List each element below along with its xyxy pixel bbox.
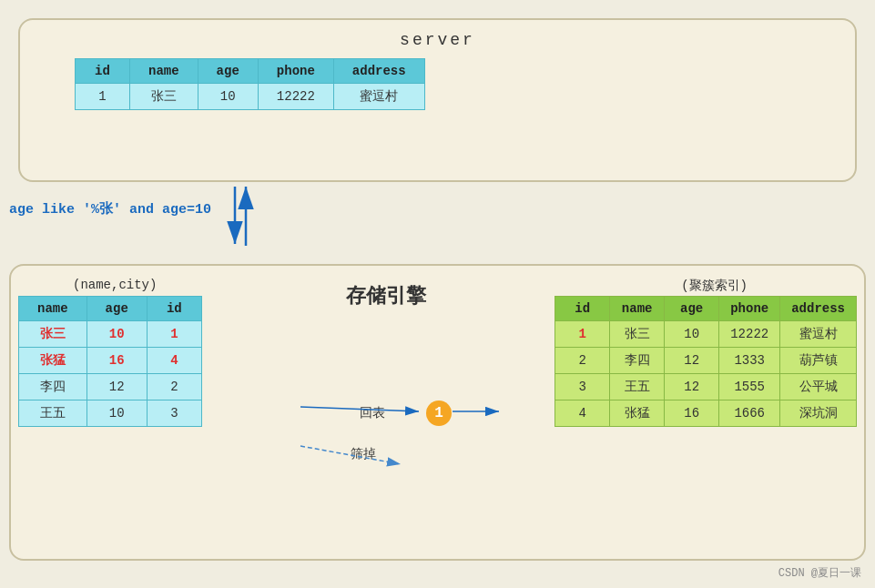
table-row: 张猛 16 4 (19, 348, 202, 374)
clu-cell: 12 (665, 348, 719, 374)
query-text: age like '%张' and age=10 (9, 200, 211, 218)
table-row: 王五 10 3 (19, 400, 202, 427)
table-row: 3 王五 12 1555 公平城 (555, 374, 857, 400)
secondary-index-table-container: name age id 张三 10 1 张猛 16 4 李四 1 (18, 296, 202, 427)
clu-cell: 2 (555, 348, 610, 374)
clu-cell: 葫芦镇 (780, 348, 857, 374)
server-col-id: id (76, 59, 130, 84)
clu-cell: 公平城 (780, 374, 857, 400)
clu-cell: 王五 (610, 374, 665, 400)
sec-cell: 李四 (19, 374, 87, 400)
clu-cell: 蜜逗村 (780, 321, 857, 348)
sec-col-id: id (147, 297, 201, 321)
table-row: 2 李四 12 1333 葫芦镇 (555, 348, 857, 374)
sec-cell: 4 (147, 348, 201, 374)
clu-cell: 12 (665, 374, 719, 400)
sec-cell: 1 (147, 321, 201, 348)
sec-col-name: name (19, 297, 87, 321)
clu-cell: 张猛 (610, 400, 665, 427)
clu-col-address: address (780, 297, 857, 321)
sec-cell: 10 (86, 321, 147, 348)
sec-cell: 16 (86, 348, 147, 374)
table-row: 4 张猛 16 1666 深坑洞 (555, 400, 857, 427)
clu-cell: 16 (665, 400, 719, 427)
clustered-index-label: (聚簇索引) (681, 278, 748, 294)
sec-col-age: age (86, 297, 147, 321)
clu-cell: 10 (665, 321, 719, 348)
storage-engine-label: 存储引擎 (346, 282, 426, 309)
server-cell: 1 (76, 84, 130, 110)
server-col-address: address (333, 59, 424, 84)
server-table: id name age phone address 1 张三 10 12222 … (75, 58, 425, 110)
sec-cell: 王五 (19, 400, 87, 427)
sec-cell: 3 (147, 400, 201, 427)
clu-cell: 1555 (719, 374, 780, 400)
clu-col-id: id (555, 297, 610, 321)
server-box: server id name age phone address 1 张三 (18, 18, 857, 182)
sec-cell: 10 (86, 400, 147, 427)
server-col-name: name (130, 59, 198, 84)
clu-col-phone: phone (719, 297, 780, 321)
sec-cell: 张三 (19, 321, 87, 348)
server-cell: 10 (198, 84, 258, 110)
server-cell: 12222 (258, 84, 333, 110)
sec-cell: 12 (86, 374, 147, 400)
badge-circle: 1 (426, 400, 452, 426)
clu-cell: 1666 (719, 400, 780, 427)
secondary-index-table: name age id 张三 10 1 张猛 16 4 李四 1 (18, 296, 202, 427)
clu-cell: 1333 (719, 348, 780, 374)
server-col-phone: phone (258, 59, 333, 84)
clu-cell: 李四 (610, 348, 665, 374)
clu-cell: 4 (555, 400, 610, 427)
clu-cell: 张三 (610, 321, 665, 348)
huitiao-label: 回表 (360, 405, 385, 421)
server-table-container: id name age phone address 1 张三 10 12222 … (47, 58, 855, 110)
server-col-age: age (198, 59, 258, 84)
clu-cell: 12222 (719, 321, 780, 348)
clu-cell: 3 (555, 374, 610, 400)
server-label: server (20, 31, 855, 49)
sec-cell: 2 (147, 374, 201, 400)
server-cell: 蜜逗村 (333, 84, 424, 110)
sec-cell: 张猛 (19, 348, 87, 374)
secondary-index-label: (name,city) (73, 278, 157, 292)
table-row: 张三 10 1 (19, 321, 202, 348)
clu-col-age: age (665, 297, 719, 321)
table-row: 李四 12 2 (19, 374, 202, 400)
clustered-index-table-container: id name age phone address 1 张三 10 12222 … (555, 296, 857, 427)
clustered-index-table: id name age phone address 1 张三 10 12222 … (555, 296, 857, 427)
main-container: 起源氏 7691 起源氏 7691 起源氏 7691 起源氏 7691 起源氏 … (0, 0, 875, 588)
csdn-footer: CSDN @夏日一课 (778, 565, 861, 581)
server-cell: 张三 (130, 84, 198, 110)
shaidiao-label: 筛掉 (351, 446, 376, 462)
clu-col-name: name (610, 297, 665, 321)
clu-cell: 深坑洞 (780, 400, 857, 427)
table-row: 1 张三 10 12222 蜜逗村 (555, 321, 857, 348)
clu-cell: 1 (555, 321, 610, 348)
